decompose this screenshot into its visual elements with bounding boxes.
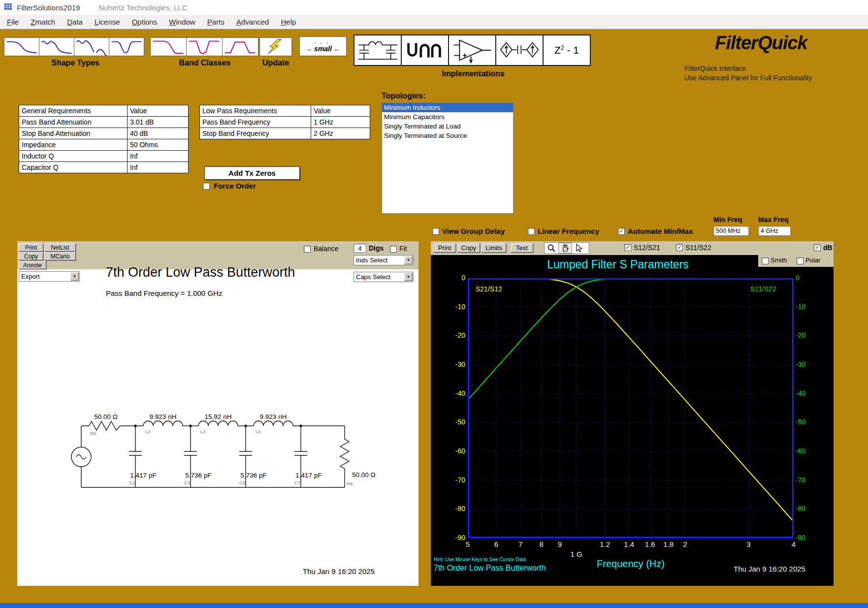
table-value-cell[interactable]: Inf [128,151,189,162]
y-axis-tick-label: -80 [796,505,823,512]
component-name: C1 [129,480,135,485]
y-axis-tick-label: -90 [796,534,823,542]
y-axis-right-labels: 0-10-20-30-40-50-60-70-80-90 [796,241,823,586]
cursor-arrow-icon[interactable] [572,243,586,254]
x-axis-tick-label: 1 G [566,550,587,558]
max-freq-input[interactable]: 4 GHz [758,226,791,236]
table-value-cell[interactable]: 2 GHz [311,128,370,139]
band-class-bandpass-button[interactable] [222,37,258,56]
fit-checkbox[interactable] [390,246,397,253]
chevron-down-icon[interactable]: ▼ [404,256,413,264]
digs-input[interactable]: 4 [354,244,366,253]
table-value-cell[interactable]: 50 Ohms [128,139,189,151]
force-order-label: Force Order [214,182,256,190]
small-view-button[interactable]: ↓↓↓ → small ← [299,36,347,56]
resistor-R8 [340,426,349,487]
s-parameter-plot[interactable]: S21/S12 S11/S22 [468,278,794,538]
hand-icon[interactable] [558,243,572,254]
y-axis-tick-label: 0 [442,274,465,282]
implementation-switched-capacitor-button[interactable] [495,34,544,66]
max-freq-label: Max Freq [758,216,788,224]
balance-checkbox[interactable] [304,246,311,253]
implementations-label: Implementations [354,69,593,78]
s12-s21-checkbox[interactable]: ✓ [624,244,631,251]
table-value-cell[interactable]: 40 dB [128,128,189,139]
shape-type-chebyshev-button[interactable] [39,37,74,56]
band-class-bandstop-button[interactable] [186,37,223,56]
digs-label: Digs [369,244,384,252]
view-group-delay-label: View Group Delay [442,227,505,235]
automate-minmax-checkbox[interactable]: ✓ [618,228,625,235]
chevron-down-icon[interactable]: ▼ [404,273,413,281]
y-axis-tick-label: -50 [796,418,823,426]
topology-option[interactable]: Singly Terminated at Source [382,131,513,140]
smith-checkbox[interactable] [762,257,769,264]
topology-option[interactable]: Minimum Inductors [382,103,513,112]
y-axis-tick-label: -40 [442,389,465,397]
implementation-transmission-line-button[interactable] [401,34,449,66]
implementation-active-opamp-button[interactable] [448,34,496,66]
y-axis-tick-label: -60 [796,447,823,455]
menu-window[interactable]: Window [163,15,201,29]
fit-label: Fit [399,245,407,253]
x-axis-tick-label: 9 [549,540,571,548]
netlist-button[interactable]: NetList [44,243,76,252]
view-group-delay-checkbox[interactable] [432,228,439,235]
table-label-cell: Stop Band Attenuation [19,128,128,139]
min-freq-input[interactable]: 500 MHz [713,226,749,236]
component-name: C5 [239,480,245,485]
balance-label: Balance [314,245,339,253]
shape-type-elliptic-button[interactable] [74,37,109,56]
y-axis-left-labels: 0-10-20-30-40-50-60-70-80-90 [442,241,465,586]
x-axis-tick-label: 1.2 [594,540,616,548]
circuit-schematic[interactable]: 50.00 Ω 9.923 nH 15.92 nH 9.923 nH 1.417… [57,384,382,505]
plot-timestamp: Thu Jan 9 16:20 2025 [734,565,805,573]
implementation-lumped-lc-button[interactable] [354,34,402,66]
menu-advanced[interactable]: Advanced [230,15,275,29]
shape-types-label: Shape Types [4,59,147,67]
print-button[interactable]: Print [19,243,43,252]
update-label: Update [259,59,292,67]
table-header-cell: Low Pass Requirements [200,105,311,117]
menu-help[interactable]: Help [275,15,302,29]
band-class-lowpass-button[interactable] [150,37,187,56]
plot-limits-button[interactable]: Limits [482,243,506,253]
shape-type-inverse-button[interactable] [109,37,144,56]
menu-parts[interactable]: Parts [201,15,230,29]
shape-type-butterworth-button[interactable] [4,37,39,56]
company-name: Nuhertz Technologies, LLC [98,3,187,12]
chevron-down-icon[interactable]: ▼ [70,272,79,281]
table-label-cell: Impedance [19,139,128,151]
table-value-cell[interactable]: Inf [128,162,189,173]
topology-option[interactable]: Minimum Capacitors [382,112,513,122]
sine-wave-icon [76,455,86,459]
x-axis-tick-label: 6 [485,540,507,548]
menu-data[interactable]: Data [61,15,89,29]
topology-option[interactable]: Singly Terminated at Load [382,122,513,131]
mcarlo-button[interactable]: MCarlo [44,252,76,260]
update-button[interactable] [259,37,292,56]
component-name: L4 [200,429,206,434]
table-label-cell: Pass Band Frequency [200,117,311,128]
table-value-cell[interactable]: 1 GHz [311,117,370,128]
implementation-digital-z-button[interactable]: Z2 - 1 [543,34,591,66]
menu-license[interactable]: License [89,15,126,29]
inds-select-dropdown[interactable]: Inds Select ▼ [354,255,414,265]
menu-zmatch[interactable]: Zmatch [25,15,61,29]
caps-select-dropdown[interactable]: Caps Select ▼ [354,272,414,282]
annote-button[interactable]: Annote [19,261,46,269]
magnifier-icon[interactable] [545,243,558,254]
force-order-checkbox[interactable] [203,183,210,190]
add-tx-zeros-button[interactable]: Add Tx Zeros [204,166,300,180]
topologies-listbox[interactable]: Minimum InductorsMinimum CapacitorsSingl… [382,102,514,214]
small-label: small [314,45,332,53]
plot-text-button[interactable]: Text [511,243,533,253]
menu-file[interactable]: File [1,15,25,29]
table-value-cell[interactable]: 3.01 dB [128,117,189,128]
copy-button[interactable]: Copy [19,252,43,260]
menu-options[interactable]: Options [126,15,163,29]
export-dropdown[interactable]: Export ▼ [19,271,80,282]
linear-frequency-checkbox[interactable] [528,228,535,235]
s11-s22-checkbox[interactable]: ✓ [676,244,683,251]
component-value-L6: 9.923 nH [260,413,287,420]
